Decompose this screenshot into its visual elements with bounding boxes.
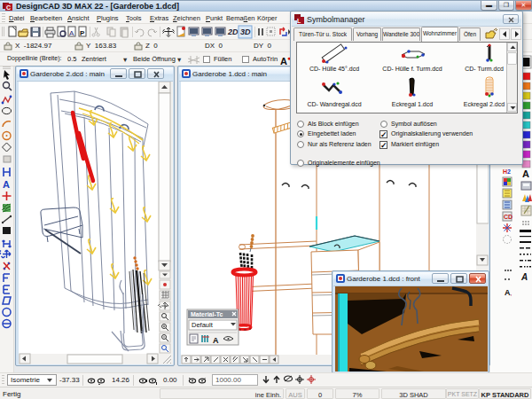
svg-text:A: A <box>3 179 10 190</box>
svg-text:CD- Wandregal.dcd: CD- Wandregal.dcd <box>307 101 361 108</box>
svg-text:CD- Hülle f. Turm.dcd: CD- Hülle f. Turm.dcd <box>382 66 442 72</box>
svg-text:2D: 2D <box>227 27 239 36</box>
svg-text:C: C <box>6 4 11 11</box>
svg-text:CD: CD <box>504 214 512 220</box>
svg-text:H2: H2 <box>503 168 511 175</box>
svg-text:CD- Hülle 45°.dcd: CD- Hülle 45°.dcd <box>309 66 359 72</box>
svg-text:Eckregal 2.dcd: Eckregal 2.dcd <box>464 101 505 108</box>
svg-text:A: A <box>520 272 528 282</box>
svg-text:3D: 3D <box>240 27 251 36</box>
svg-text:A: A <box>522 168 529 179</box>
svg-text:A: A <box>69 29 74 37</box>
svg-text:Material-Tc: Material-Tc <box>191 311 223 317</box>
svg-text:A,: A, <box>505 288 512 297</box>
svg-text:Default: Default <box>192 321 214 329</box>
svg-text:CD- Turm.dcd: CD- Turm.dcd <box>465 66 504 72</box>
svg-text:P: P <box>80 29 85 37</box>
svg-text:L: L <box>297 18 301 24</box>
svg-text:A: A <box>213 336 219 345</box>
svg-text:Eckregal 1.dcd: Eckregal 1.dcd <box>392 101 433 108</box>
